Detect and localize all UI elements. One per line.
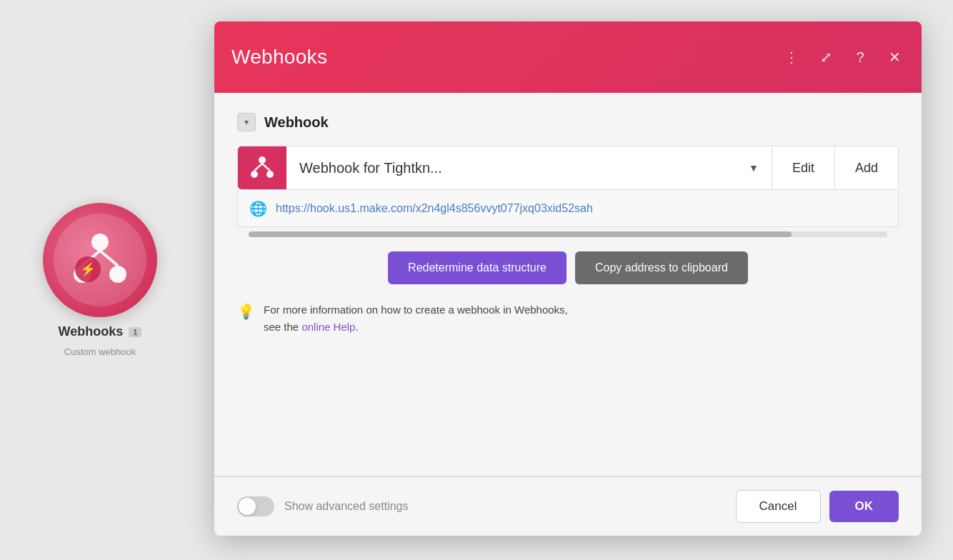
online-help-link[interactable]: online Help [301,321,355,333]
svg-point-7 [259,156,266,164]
toggle-knob [239,498,256,515]
app-subtitle: Custom webhook [64,346,136,357]
cancel-button[interactable]: Cancel [736,490,821,523]
app-badge: 1 [129,327,141,337]
svg-point-8 [251,171,258,178]
app-name-label: Webhooks [59,324,124,339]
modal-footer: Show advanced settings Cancel OK [214,476,922,536]
close-button[interactable]: ✕ [884,47,904,67]
info-text-period: . [355,321,358,333]
edit-webhook-button[interactable]: Edit [772,146,835,189]
app-label-row: Webhooks 1 [59,324,142,339]
info-row: 💡 For more information on how to create … [237,301,899,336]
svg-line-10 [254,164,262,171]
footer-buttons: Cancel OK [736,490,899,523]
svg-line-11 [262,164,270,171]
scroll-thumb [249,231,792,237]
svg-point-2 [109,266,126,283]
expand-button[interactable]: ⤢ [816,47,836,67]
info-text-block: For more information on how to create a … [264,301,568,336]
webhook-dropdown[interactable]: Webhook for Tightkn... ▼ [286,146,772,189]
advanced-settings-toggle[interactable] [237,496,274,516]
webhook-icon-cell [238,146,286,189]
url-row: 🌐 https://hook.us1.make.com/x2n4gl4s856v… [237,190,899,227]
help-button[interactable]: ? [850,47,870,67]
info-lightbulb-icon: 💡 [237,303,255,320]
svg-line-4 [100,251,118,266]
modal-title: Webhooks [231,46,327,69]
section-header: ▾ Webhook [237,113,899,131]
svg-point-0 [91,234,109,251]
redetermine-button[interactable]: Redetermine data structure [388,251,567,284]
webhook-url-link[interactable]: https://hook.us1.make.com/x2n4gl4s856vvy… [276,202,593,215]
dropdown-arrow-icon: ▼ [749,162,759,174]
webhooks-modal: Webhooks ⋮ ⤢ ? ✕ ▾ Webhook [214,21,922,536]
ok-button[interactable]: OK [829,491,899,522]
advanced-settings-label: Show advanced settings [284,500,408,513]
header-actions: ⋮ ⤢ ? ✕ [782,47,904,67]
svg-point-9 [266,171,274,178]
modal-body: ▾ Webhook Webhook for Tightkn... ▼ Edit … [214,93,922,476]
scroll-indicator [249,231,887,237]
app-icon-background: ⚡ [43,203,157,317]
chevron-down-icon: ▾ [244,117,249,127]
advanced-settings-row: Show advanced settings [237,496,408,516]
webhook-selector-row: Webhook for Tightkn... ▼ Edit Add [237,146,899,190]
sidebar-background: ⚡ Webhooks 1 Custom webhook [43,203,157,357]
info-text-line1: For more information on how to create a … [264,304,568,316]
svg-text:⚡: ⚡ [80,261,96,277]
copy-address-button[interactable]: Copy address to clipboard [575,251,748,284]
section-title: Webhook [264,114,329,131]
webhook-icon [249,154,276,181]
webhook-selected-label: Webhook for Tightkn... [299,160,442,176]
add-webhook-button[interactable]: Add [835,146,898,189]
modal-header: Webhooks ⋮ ⤢ ? ✕ [214,21,922,93]
section-collapse-toggle[interactable]: ▾ [237,113,256,131]
webhook-bg-symbol: ⚡ [68,228,132,292]
action-buttons-row: Redetermine data structure Copy address … [237,251,899,284]
more-options-button[interactable]: ⋮ [782,47,802,67]
globe-icon: 🌐 [249,200,267,217]
info-text-line2-before: see the [264,321,301,333]
